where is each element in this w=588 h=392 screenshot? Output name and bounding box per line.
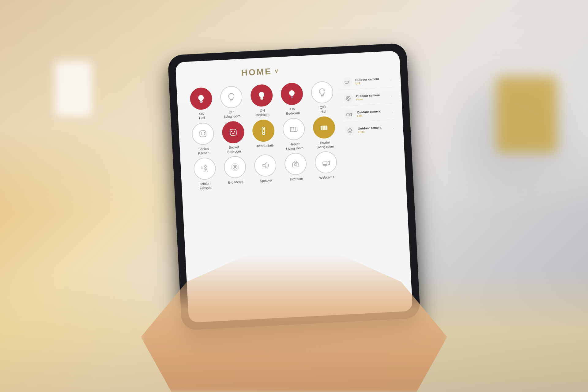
device-light-bedroom2[interactable]: ON Bedroom — [277, 82, 308, 116]
device-light-hall[interactable]: ON Hall — [186, 87, 217, 121]
device-icon-light-bedroom1 — [250, 84, 273, 107]
svg-line-21 — [292, 127, 292, 132]
device-icon-motion-sensors — [193, 157, 216, 181]
device-icon-light-living — [220, 85, 243, 109]
svg-rect-5 — [261, 99, 263, 100]
device-light-living[interactable]: OFF living room — [216, 85, 247, 119]
device-icon-speaker — [254, 154, 277, 177]
svg-rect-13 — [230, 129, 236, 135]
svg-rect-37 — [345, 81, 348, 84]
device-heater-living2[interactable]: Heater Living room — [309, 116, 340, 150]
svg-rect-6 — [291, 97, 294, 98]
svg-point-39 — [347, 97, 349, 99]
device-icon-heater-living2 — [313, 116, 336, 139]
camera-icon-3 — [344, 109, 354, 120]
svg-rect-2 — [230, 100, 233, 101]
device-speaker[interactable]: Speaker — [250, 154, 281, 188]
camera-icon-1 — [342, 77, 353, 88]
camera-chevron-3: › — [392, 110, 393, 114]
home-title[interactable]: HOME ∨ — [185, 63, 336, 81]
camera-item-2[interactable]: Outdoor camera Front › — [340, 88, 396, 106]
device-icon-light-hall-off — [311, 81, 334, 104]
camera-chevron-4: › — [393, 126, 394, 131]
svg-line-26 — [324, 125, 324, 130]
device-label-broadcast: Broadcast — [228, 180, 243, 185]
svg-point-46 — [349, 130, 351, 132]
svg-point-12 — [204, 132, 205, 133]
device-label-heater-living: Heater Living room — [286, 141, 303, 151]
device-icon-thermostats — [252, 119, 275, 142]
device-heater-living[interactable]: Heater Living room — [279, 117, 310, 151]
svg-point-11 — [201, 132, 202, 133]
device-label-heater-living2: Heater Living room — [316, 140, 334, 150]
svg-rect-16 — [262, 127, 265, 132]
camera-info-2: Outdoor camera Front — [356, 93, 388, 101]
svg-rect-44 — [347, 114, 350, 116]
device-label-light-bedroom2: ON Bedroom — [286, 106, 300, 116]
svg-rect-4 — [260, 98, 263, 99]
svg-rect-0 — [200, 101, 203, 102]
camera-info-1: Outdoor camera Link — [355, 77, 387, 85]
svg-point-15 — [234, 130, 235, 132]
svg-point-28 — [205, 166, 206, 167]
device-light-hall-off[interactable]: OFF Hall — [307, 80, 338, 114]
camera-item-4[interactable]: Outdoor camera Front › — [341, 121, 397, 138]
device-thermostats[interactable]: Thermostats — [248, 119, 279, 153]
bg-white-object — [55, 61, 92, 116]
device-label-webcams: Webcams — [319, 175, 334, 180]
svg-line-22 — [294, 127, 294, 131]
svg-rect-3 — [230, 101, 233, 101]
device-icon-socket-bedroom — [221, 121, 245, 144]
home-label: HOME — [241, 66, 272, 78]
device-label-socket-kitchen: Socket Kitchen — [198, 146, 209, 155]
device-label-speaker: Speaker — [260, 178, 273, 183]
camera-icon-4 — [345, 125, 355, 136]
device-broadcast[interactable]: Broadcast — [220, 155, 251, 189]
camera-info-4: Outdoor camera Front — [358, 125, 390, 133]
svg-rect-8 — [321, 95, 324, 96]
device-label-socket-bedroom: Socket Bedroom — [227, 145, 241, 154]
svg-line-27 — [326, 125, 326, 130]
camera-chevron-1: › — [390, 78, 392, 82]
device-light-bedroom1[interactable]: ON Bedroom — [247, 84, 277, 118]
svg-rect-1 — [200, 102, 202, 103]
device-grid: ON Hall — [186, 80, 342, 191]
camera-icon-2 — [343, 93, 353, 104]
device-icon-socket-kitchen — [191, 122, 214, 145]
device-icon-broadcast — [223, 155, 247, 179]
device-label-light-living: OFF living room — [224, 110, 241, 119]
svg-line-25 — [322, 126, 322, 130]
device-icon-intercom — [284, 152, 307, 176]
svg-rect-34 — [323, 162, 327, 165]
camera-item-1[interactable]: Outdoor camera Link › — [339, 72, 395, 90]
device-label-light-hall: ON Hall — [199, 111, 205, 121]
svg-rect-9 — [321, 96, 324, 97]
device-icon-light-bedroom2 — [280, 82, 303, 106]
home-chevron-icon: ∨ — [274, 68, 280, 75]
device-motion-sensors[interactable]: Motion sensors — [190, 157, 221, 191]
svg-rect-10 — [200, 130, 206, 137]
device-socket-kitchen[interactable]: Socket Kitchen — [188, 122, 219, 156]
device-label-light-bedroom1: ON Bedroom — [255, 108, 270, 118]
device-label-light-hall-off: OFF Hall — [320, 105, 327, 114]
svg-line-23 — [296, 127, 296, 131]
camera-item-3[interactable]: Outdoor camera Link › — [341, 105, 397, 122]
camera-chevron-2: › — [391, 94, 393, 98]
svg-point-33 — [294, 163, 297, 166]
device-icon-webcams — [315, 151, 338, 174]
device-icon-light-hall — [189, 87, 213, 110]
device-label-motion-sensors: Motion sensors — [199, 181, 212, 191]
device-label-intercom: Intercom — [290, 177, 303, 182]
svg-point-14 — [231, 131, 232, 132]
device-label-thermostats: Thermostats — [255, 143, 274, 148]
bg-pillow — [496, 77, 557, 153]
svg-rect-7 — [291, 98, 293, 98]
device-webcams[interactable]: Webcams — [311, 151, 342, 185]
device-socket-bedroom[interactable]: Socket Bedroom — [218, 120, 249, 154]
device-intercom[interactable]: Intercom — [281, 152, 311, 186]
device-icon-heater-living — [282, 118, 305, 141]
camera-info-3: Outdoor camera Link — [357, 109, 389, 117]
